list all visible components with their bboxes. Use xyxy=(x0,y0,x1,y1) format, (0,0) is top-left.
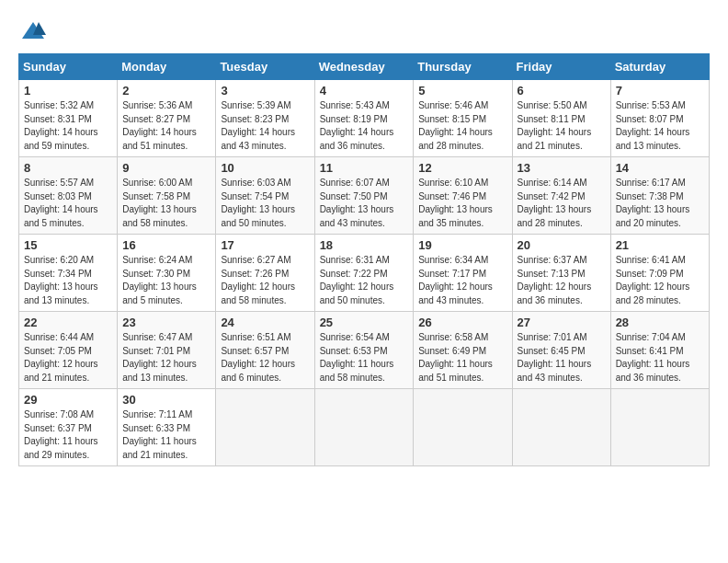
day-number: 26 xyxy=(418,316,506,329)
day-number: 8 xyxy=(24,161,112,175)
day-number: 15 xyxy=(24,238,112,252)
calendar-day-cell: 23Sunrise: 6:47 AM Sunset: 7:01 PM Dayli… xyxy=(118,312,216,389)
calendar-day-cell: 29Sunrise: 7:08 AM Sunset: 6:37 PM Dayli… xyxy=(19,389,118,466)
day-info: Sunrise: 7:08 AM Sunset: 6:37 PM Dayligh… xyxy=(24,408,112,462)
calendar-day-cell: 10Sunrise: 6:03 AM Sunset: 7:54 PM Dayli… xyxy=(216,157,314,235)
header xyxy=(18,18,710,44)
calendar-day-cell: 12Sunrise: 6:10 AM Sunset: 7:46 PM Dayli… xyxy=(414,157,512,235)
calendar-day-cell xyxy=(314,389,414,466)
calendar-day-cell xyxy=(610,389,709,466)
day-info: Sunrise: 5:43 AM Sunset: 8:19 PM Dayligh… xyxy=(320,99,409,153)
day-number: 22 xyxy=(24,316,112,329)
day-info: Sunrise: 5:39 AM Sunset: 8:23 PM Dayligh… xyxy=(221,99,309,153)
calendar-week-row: 29Sunrise: 7:08 AM Sunset: 6:37 PM Dayli… xyxy=(19,389,710,466)
dow-header: Monday xyxy=(118,54,216,80)
calendar-day-cell: 3Sunrise: 5:39 AM Sunset: 8:23 PM Daylig… xyxy=(216,80,314,157)
day-info: Sunrise: 6:41 AM Sunset: 7:09 PM Dayligh… xyxy=(616,254,704,307)
day-number: 5 xyxy=(418,84,506,98)
calendar-week-row: 15Sunrise: 6:20 AM Sunset: 7:34 PM Dayli… xyxy=(19,235,710,312)
day-info: Sunrise: 6:27 AM Sunset: 7:26 PM Dayligh… xyxy=(221,254,309,307)
calendar-day-cell: 25Sunrise: 6:54 AM Sunset: 6:53 PM Dayli… xyxy=(314,312,414,389)
dow-header: Sunday xyxy=(19,54,118,80)
day-info: Sunrise: 6:31 AM Sunset: 7:22 PM Dayligh… xyxy=(320,254,409,307)
calendar-day-cell: 4Sunrise: 5:43 AM Sunset: 8:19 PM Daylig… xyxy=(314,80,414,157)
calendar-day-cell: 30Sunrise: 7:11 AM Sunset: 6:33 PM Dayli… xyxy=(118,389,216,466)
calendar-day-cell: 18Sunrise: 6:31 AM Sunset: 7:22 PM Dayli… xyxy=(314,235,414,312)
day-number: 3 xyxy=(221,84,309,98)
calendar-day-cell: 17Sunrise: 6:27 AM Sunset: 7:26 PM Dayli… xyxy=(216,235,314,312)
day-number: 12 xyxy=(418,161,506,175)
calendar-day-cell: 6Sunrise: 5:50 AM Sunset: 8:11 PM Daylig… xyxy=(512,80,610,157)
day-info: Sunrise: 6:37 AM Sunset: 7:13 PM Dayligh… xyxy=(518,254,606,307)
dow-header: Tuesday xyxy=(216,54,314,80)
calendar-day-cell: 5Sunrise: 5:46 AM Sunset: 8:15 PM Daylig… xyxy=(414,80,512,157)
day-info: Sunrise: 6:44 AM Sunset: 7:05 PM Dayligh… xyxy=(24,331,112,385)
calendar-day-cell: 8Sunrise: 5:57 AM Sunset: 8:03 PM Daylig… xyxy=(19,157,118,235)
calendar-day-cell: 16Sunrise: 6:24 AM Sunset: 7:30 PM Dayli… xyxy=(118,235,216,312)
day-number: 24 xyxy=(221,316,309,329)
day-number: 9 xyxy=(122,161,210,175)
day-number: 25 xyxy=(320,316,409,329)
day-info: Sunrise: 6:14 AM Sunset: 7:42 PM Dayligh… xyxy=(518,177,606,230)
calendar-day-cell xyxy=(216,389,314,466)
calendar-day-cell: 27Sunrise: 7:01 AM Sunset: 6:45 PM Dayli… xyxy=(512,312,610,389)
calendar-day-cell: 28Sunrise: 7:04 AM Sunset: 6:41 PM Dayli… xyxy=(610,312,709,389)
calendar-body: 1Sunrise: 5:32 AM Sunset: 8:31 PM Daylig… xyxy=(19,80,710,466)
day-info: Sunrise: 6:20 AM Sunset: 7:34 PM Dayligh… xyxy=(24,254,112,307)
calendar-week-row: 8Sunrise: 5:57 AM Sunset: 8:03 PM Daylig… xyxy=(19,157,710,235)
day-info: Sunrise: 5:53 AM Sunset: 8:07 PM Dayligh… xyxy=(616,99,704,153)
day-number: 4 xyxy=(320,84,409,98)
day-number: 13 xyxy=(518,161,606,175)
day-number: 19 xyxy=(418,238,506,252)
day-info: Sunrise: 6:10 AM Sunset: 7:46 PM Dayligh… xyxy=(418,177,506,230)
dow-header: Friday xyxy=(512,54,610,80)
day-number: 7 xyxy=(616,84,704,98)
calendar-week-row: 22Sunrise: 6:44 AM Sunset: 7:05 PM Dayli… xyxy=(19,312,710,389)
day-info: Sunrise: 5:36 AM Sunset: 8:27 PM Dayligh… xyxy=(122,99,210,153)
day-number: 27 xyxy=(518,316,606,329)
day-number: 14 xyxy=(616,161,704,175)
day-info: Sunrise: 5:50 AM Sunset: 8:11 PM Dayligh… xyxy=(518,99,606,153)
dow-header: Wednesday xyxy=(314,54,414,80)
day-info: Sunrise: 6:34 AM Sunset: 7:17 PM Dayligh… xyxy=(418,254,506,307)
day-number: 17 xyxy=(221,238,309,252)
day-info: Sunrise: 5:32 AM Sunset: 8:31 PM Dayligh… xyxy=(24,99,112,153)
calendar-week-row: 1Sunrise: 5:32 AM Sunset: 8:31 PM Daylig… xyxy=(19,80,710,157)
logo xyxy=(18,18,46,44)
day-number: 18 xyxy=(320,238,409,252)
logo-text xyxy=(18,18,46,44)
day-info: Sunrise: 6:47 AM Sunset: 7:01 PM Dayligh… xyxy=(122,331,210,385)
day-number: 23 xyxy=(122,316,210,329)
calendar-day-cell: 24Sunrise: 6:51 AM Sunset: 6:57 PM Dayli… xyxy=(216,312,314,389)
days-of-week-row: SundayMondayTuesdayWednesdayThursdayFrid… xyxy=(19,54,710,80)
day-number: 16 xyxy=(122,238,210,252)
day-info: Sunrise: 6:03 AM Sunset: 7:54 PM Dayligh… xyxy=(221,177,309,230)
day-info: Sunrise: 6:24 AM Sunset: 7:30 PM Dayligh… xyxy=(122,254,210,307)
dow-header: Saturday xyxy=(610,54,709,80)
day-info: Sunrise: 5:57 AM Sunset: 8:03 PM Dayligh… xyxy=(24,177,112,230)
day-info: Sunrise: 7:04 AM Sunset: 6:41 PM Dayligh… xyxy=(616,331,704,385)
day-number: 29 xyxy=(24,393,112,407)
calendar-day-cell: 9Sunrise: 6:00 AM Sunset: 7:58 PM Daylig… xyxy=(118,157,216,235)
calendar-day-cell: 1Sunrise: 5:32 AM Sunset: 8:31 PM Daylig… xyxy=(19,80,118,157)
calendar-day-cell: 20Sunrise: 6:37 AM Sunset: 7:13 PM Dayli… xyxy=(512,235,610,312)
calendar-day-cell: 26Sunrise: 6:58 AM Sunset: 6:49 PM Dayli… xyxy=(414,312,512,389)
calendar-day-cell: 14Sunrise: 6:17 AM Sunset: 7:38 PM Dayli… xyxy=(610,157,709,235)
day-info: Sunrise: 6:00 AM Sunset: 7:58 PM Dayligh… xyxy=(122,177,210,230)
calendar-day-cell: 11Sunrise: 6:07 AM Sunset: 7:50 PM Dayli… xyxy=(314,157,414,235)
calendar-table: SundayMondayTuesdayWednesdayThursdayFrid… xyxy=(18,53,710,466)
day-info: Sunrise: 6:54 AM Sunset: 6:53 PM Dayligh… xyxy=(320,331,409,385)
day-number: 21 xyxy=(616,238,704,252)
day-info: Sunrise: 6:07 AM Sunset: 7:50 PM Dayligh… xyxy=(320,177,409,230)
day-info: Sunrise: 7:01 AM Sunset: 6:45 PM Dayligh… xyxy=(518,331,606,385)
day-info: Sunrise: 6:51 AM Sunset: 6:57 PM Dayligh… xyxy=(221,331,309,385)
day-number: 20 xyxy=(518,238,606,252)
day-number: 28 xyxy=(616,316,704,329)
dow-header: Thursday xyxy=(414,54,512,80)
calendar-day-cell: 2Sunrise: 5:36 AM Sunset: 8:27 PM Daylig… xyxy=(118,80,216,157)
calendar-day-cell: 15Sunrise: 6:20 AM Sunset: 7:34 PM Dayli… xyxy=(19,235,118,312)
calendar-day-cell: 7Sunrise: 5:53 AM Sunset: 8:07 PM Daylig… xyxy=(610,80,709,157)
calendar-day-cell xyxy=(414,389,512,466)
calendar-day-cell: 21Sunrise: 6:41 AM Sunset: 7:09 PM Dayli… xyxy=(610,235,709,312)
day-number: 6 xyxy=(518,84,606,98)
